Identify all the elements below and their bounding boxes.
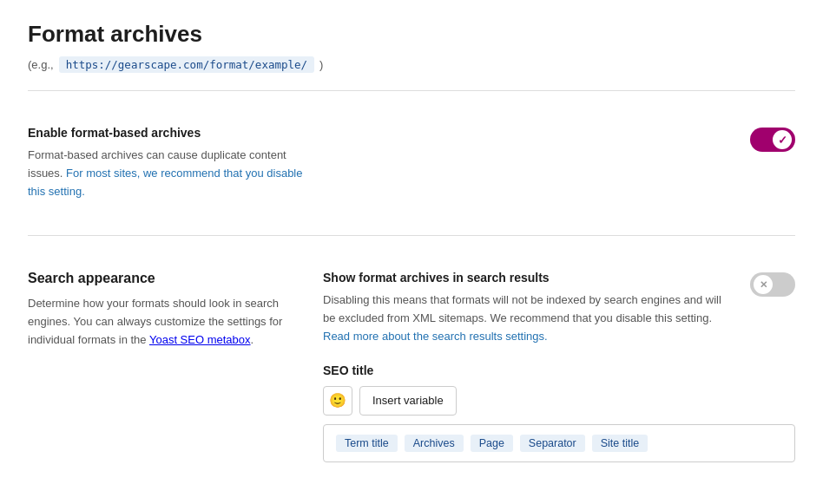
enable-archives-section: Enable format-based archives Format-base…	[28, 108, 795, 218]
search-appearance-title: Search appearance	[28, 271, 288, 286]
search-appearance-desc-link[interactable]: Yoast SEO metabox	[149, 333, 251, 346]
enable-archives-label: Enable format-based archives	[28, 126, 323, 140]
url-example-prefix: (e.g.,	[28, 58, 54, 71]
seo-title-tags-bar: Term titleArchivesPageSeparatorSite titl…	[323, 424, 795, 462]
divider-1	[28, 90, 795, 91]
show-in-search-toggle[interactable]: ✕	[750, 272, 795, 297]
seo-title-tag[interactable]: Site title	[592, 435, 648, 452]
show-in-search-label: Show format archives in search results	[323, 271, 736, 285]
seo-title-tag[interactable]: Separator	[520, 435, 585, 452]
enable-archives-desc-link[interactable]: For most sites, we recommend that you di…	[28, 167, 302, 198]
show-in-search-toggle-wrapper: ✕	[750, 272, 795, 297]
enable-archives-toggle-wrapper: ✓	[750, 128, 795, 152]
url-example: (e.g., https://gearscape.com/format/exam…	[28, 56, 795, 73]
seo-title-label: SEO title	[323, 363, 795, 377]
enable-archives-toggle[interactable]: ✓	[750, 128, 795, 152]
toggle-check-icon: ✓	[778, 134, 787, 147]
show-in-search-desc-text: Disabling this means that formats will n…	[323, 293, 721, 324]
show-in-search-row: Show format archives in search results D…	[323, 271, 795, 345]
toggle-thumb-off: ✕	[754, 275, 773, 294]
search-appearance-right: Show format archives in search results D…	[323, 271, 795, 461]
show-in-search-content: Show format archives in search results D…	[323, 271, 736, 345]
seo-title-tag[interactable]: Term title	[336, 435, 398, 452]
emoji-button[interactable]: 🙂	[323, 386, 352, 416]
url-example-suffix: )	[319, 58, 323, 71]
search-appearance-section: Search appearance Determine how your for…	[28, 253, 795, 479]
toggle-x-icon: ✕	[760, 279, 767, 291]
enable-archives-desc: Format-based archives can cause duplicat…	[28, 147, 323, 200]
toggle-track-on: ✓	[750, 128, 795, 152]
enable-archives-label-group: Enable format-based archives Format-base…	[28, 126, 323, 200]
show-in-search-desc: Disabling this means that formats will n…	[323, 291, 736, 345]
seo-title-tag[interactable]: Page	[471, 435, 513, 452]
seo-title-section: SEO title 🙂 Insert variable Term titleAr…	[323, 363, 795, 462]
divider-2	[28, 235, 795, 236]
toggle-thumb-on: ✓	[773, 130, 792, 149]
show-in-search-desc-link[interactable]: Read more about the search results setti…	[323, 330, 548, 343]
toggle-track-off: ✕	[750, 272, 795, 297]
insert-variable-button[interactable]: Insert variable	[359, 386, 457, 416]
seo-title-tag[interactable]: Archives	[405, 435, 464, 452]
search-appearance-desc: Determine how your formats should look i…	[28, 295, 288, 349]
seo-title-toolbar: 🙂 Insert variable	[323, 386, 795, 416]
page-title: Format archives	[28, 21, 795, 48]
search-appearance-left: Search appearance Determine how your for…	[28, 271, 288, 461]
search-appearance-desc-end: .	[251, 333, 254, 346]
url-example-value: https://gearscape.com/format/example/	[59, 56, 314, 73]
emoji-icon: 🙂	[329, 392, 346, 409]
